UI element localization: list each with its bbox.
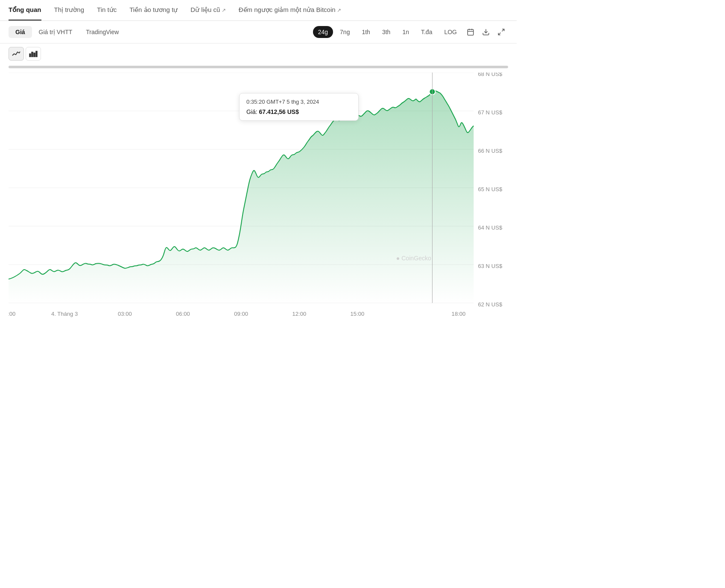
time-btn-3th[interactable]: 3th (377, 26, 395, 38)
svg-text:62 N US$: 62 N US$ (478, 301, 503, 308)
time-btn-1n[interactable]: 1n (397, 26, 414, 38)
svg-text:64 N US$: 64 N US$ (478, 224, 503, 231)
chart-tooltip: 0:35:20 GMT+7 5 thg 3, 2024 Giá: 67.412,… (239, 93, 359, 121)
nav-tabs: Tổng quan Thị trường Tin tức Tiền ảo tươ… (0, 0, 517, 21)
time-btn-24g[interactable]: 24g (313, 26, 333, 38)
svg-rect-7 (29, 54, 31, 57)
svg-text:68 N US$: 68 N US$ (478, 73, 503, 77)
x-label-0900: 09:00 (234, 311, 248, 317)
nav-tab-tien-ao[interactable]: Tiền ảo tương tự (129, 0, 178, 20)
svg-line-5 (502, 29, 504, 31)
tooltip-price: Giá: 67.412,56 US$ (246, 108, 351, 115)
line-chart-btn[interactable] (9, 47, 24, 61)
nav-tab-tong-quan[interactable]: Tổng quan (9, 0, 41, 20)
sub-tab-gia-tri[interactable]: Giá trị VHTT (32, 26, 79, 38)
svg-rect-9 (34, 53, 35, 57)
x-label-0300: 03:00 (118, 311, 132, 317)
svg-text:66 N US$: 66 N US$ (478, 148, 503, 154)
tooltip-price-value: 67.412,56 US$ (259, 108, 299, 115)
svg-rect-8 (32, 52, 33, 57)
nav-tab-dem-nguoc[interactable]: Đếm ngược giảm một nửa Bitcoin (239, 0, 341, 20)
chart-area-fill (9, 90, 474, 303)
sub-toolbar: Giá Giá trị VHTT TradingView 24g 7ng 1th… (0, 21, 517, 44)
nav-tab-du-lieu[interactable]: Dữ liệu cũ (190, 0, 225, 20)
x-label-2100: 21:00 (9, 311, 15, 317)
x-label-0600: 06:00 (176, 311, 190, 317)
tooltip-price-label: Giá: (246, 108, 257, 115)
sub-tab-gia[interactable]: Giá (9, 26, 32, 38)
calendar-button[interactable] (464, 25, 477, 39)
svg-rect-10 (36, 51, 37, 57)
nav-tab-tin-tuc[interactable]: Tin tức (97, 0, 117, 20)
tooltip-date: 0:35:20 GMT+7 5 thg 3, 2024 (246, 99, 351, 105)
x-label-1500: 15:00 (351, 311, 365, 317)
x-label-1800: 18:00 (452, 311, 466, 317)
sub-tab-trading-view[interactable]: TradingView (79, 26, 126, 38)
chart-scrollbar[interactable] (9, 66, 508, 68)
sub-tabs: Giá Giá trị VHTT TradingView (9, 26, 126, 38)
chart-container: 68 N US$ 67 N US$ 66 N US$ 65 N US$ 64 N… (0, 73, 517, 320)
svg-rect-0 (468, 29, 474, 35)
x-label-1200: 12:00 (292, 311, 306, 317)
nav-tab-thi-truong[interactable]: Thị trường (54, 0, 85, 20)
time-btn-7ng[interactable]: 7ng (335, 26, 355, 38)
svg-text:63 N US$: 63 N US$ (478, 263, 503, 269)
svg-text:65 N US$: 65 N US$ (478, 186, 503, 192)
x-label-4mar: 4. Tháng 3 (51, 311, 78, 317)
svg-line-6 (498, 33, 500, 35)
time-controls: 24g 7ng 1th 3th 1n T.đa LOG (313, 25, 508, 39)
watermark-text: ● CoinGecko (396, 255, 431, 262)
download-button[interactable] (479, 25, 493, 39)
svg-text:67 N US$: 67 N US$ (478, 109, 503, 116)
time-btn-tda[interactable]: T.đa (416, 26, 437, 38)
expand-button[interactable] (494, 25, 508, 39)
chart-type-controls (0, 44, 517, 64)
time-btn-1th[interactable]: 1th (357, 26, 375, 38)
time-btn-log[interactable]: LOG (439, 26, 462, 38)
bar-chart-btn[interactable] (26, 47, 41, 61)
